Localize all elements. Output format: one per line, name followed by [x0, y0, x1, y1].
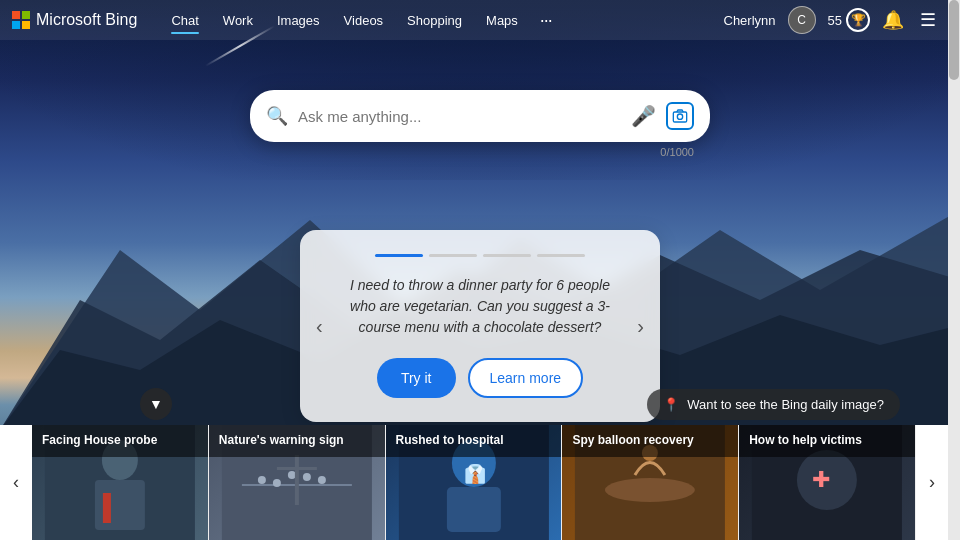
mic-icon[interactable]: 🎤	[631, 104, 656, 128]
svg-point-23	[605, 478, 695, 502]
svg-rect-20	[446, 487, 500, 532]
search-input[interactable]	[298, 108, 621, 125]
news-strip: ‹ Facing House probe	[0, 425, 948, 540]
nav-item-chat[interactable]: Chat	[161, 7, 208, 34]
svg-rect-8	[103, 493, 111, 523]
news-card-2[interactable]: Nature's warning sign	[209, 425, 386, 540]
suggestion-text: I need to throw a dinner party for 6 peo…	[336, 275, 624, 338]
news-card-3-label: Rushed to hospital	[386, 425, 562, 457]
svg-rect-7	[95, 480, 145, 530]
progress-dots	[336, 254, 624, 257]
news-prev-button[interactable]: ‹	[0, 425, 32, 540]
search-container: 🔍 🎤 0/1000	[250, 90, 710, 158]
card-next-button[interactable]: ›	[629, 311, 652, 342]
scrollbar[interactable]	[948, 0, 960, 540]
card-prev-button[interactable]: ‹	[308, 311, 331, 342]
svg-point-15	[303, 473, 311, 481]
news-cards: Facing House probe Nature's warning sign	[32, 425, 916, 540]
news-card-1-label: Facing House probe	[32, 425, 208, 457]
news-card-2-label: Nature's warning sign	[209, 425, 385, 457]
news-card-5-label: How to help victims	[739, 425, 915, 457]
app-title: Microsoft Bing	[36, 11, 137, 29]
bell-icon[interactable]: 🔔	[882, 9, 904, 31]
progress-dot-3	[483, 254, 531, 257]
try-it-button[interactable]: Try it	[377, 358, 456, 398]
svg-point-11	[258, 476, 266, 484]
svg-point-12	[288, 471, 296, 479]
nav-more[interactable]: ···	[532, 6, 560, 35]
suggestion-card: ‹ › I need to throw a dinner party for 6…	[300, 230, 660, 422]
location-icon: 📍	[663, 397, 679, 412]
svg-text:👔: 👔	[463, 463, 486, 485]
svg-point-4	[677, 114, 682, 119]
scrollbar-thumb[interactable]	[949, 0, 959, 80]
logo[interactable]: Microsoft Bing	[12, 11, 137, 29]
progress-dot-2	[429, 254, 477, 257]
news-next-button[interactable]: ›	[916, 425, 948, 540]
news-card-4[interactable]: Spy balloon recovery	[562, 425, 739, 540]
nav-item-images[interactable]: Images	[267, 7, 330, 34]
header: Microsoft Bing Chat Work Images Videos S…	[0, 0, 948, 40]
user-name: Cherlynn	[724, 13, 776, 28]
daily-image-badge[interactable]: 📍 Want to see the Bing daily image?	[647, 389, 900, 420]
avatar-initials: C	[797, 13, 806, 27]
nav-item-shopping[interactable]: Shopping	[397, 7, 472, 34]
nav-right: Cherlynn C 55 🏆 🔔 ☰	[724, 6, 937, 34]
nav-item-videos[interactable]: Videos	[334, 7, 394, 34]
microsoft-logo	[12, 11, 30, 29]
news-card-1[interactable]: Facing House probe	[32, 425, 209, 540]
collapse-button[interactable]: ▼	[140, 388, 172, 420]
score-value: 55	[828, 13, 842, 28]
news-card-5[interactable]: ✚ How to help victims	[739, 425, 916, 540]
nav-item-work[interactable]: Work	[213, 7, 263, 34]
camera-icon[interactable]	[666, 102, 694, 130]
svg-rect-16	[295, 455, 299, 505]
search-icon: 🔍	[266, 105, 288, 127]
nav: Chat Work Images Videos Shopping Maps ··…	[161, 6, 723, 35]
learn-more-button[interactable]: Learn more	[468, 358, 584, 398]
hamburger-icon[interactable]: ☰	[920, 9, 936, 31]
svg-text:✚: ✚	[812, 467, 830, 492]
card-buttons: Try it Learn more	[336, 358, 624, 398]
svg-point-13	[318, 476, 326, 484]
trophy-icon: 🏆	[846, 8, 870, 32]
nav-item-maps[interactable]: Maps	[476, 7, 528, 34]
search-box: 🔍 🎤	[250, 90, 710, 142]
progress-dot-4	[537, 254, 585, 257]
user-avatar[interactable]: C	[788, 6, 816, 34]
news-card-4-label: Spy balloon recovery	[562, 425, 738, 457]
score-badge[interactable]: 55 🏆	[828, 8, 870, 32]
svg-point-14	[273, 479, 281, 487]
char-count: 0/1000	[250, 146, 710, 158]
svg-rect-17	[277, 467, 317, 470]
news-card-3[interactable]: 👔 Rushed to hospital	[386, 425, 563, 540]
daily-image-label: Want to see the Bing daily image?	[687, 397, 884, 412]
collapse-icon: ▼	[149, 396, 163, 412]
progress-dot-1	[375, 254, 423, 257]
